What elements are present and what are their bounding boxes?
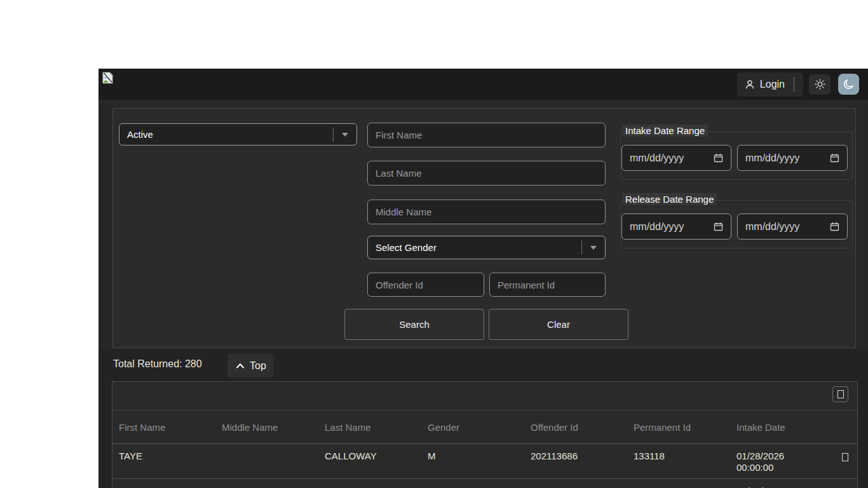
release-date-from-input[interactable]: mm/dd/yyyy <box>621 214 731 240</box>
square-icon <box>842 453 848 461</box>
total-returned-text: Total Returned: 280 <box>113 358 202 370</box>
navbar-divider <box>794 77 794 92</box>
moon-icon <box>843 78 855 90</box>
search-button[interactable]: Search <box>344 309 484 340</box>
column-header-intake-date[interactable]: Intake Date <box>730 422 833 433</box>
dark-mode-button[interactable] <box>838 74 859 95</box>
first-name-input[interactable] <box>367 123 606 147</box>
login-button[interactable]: Login <box>737 72 803 97</box>
select-divider <box>581 241 582 255</box>
gender-select-value: Select Gender <box>376 242 437 253</box>
select-divider <box>333 128 334 142</box>
cell-last-name: DUNCAN <box>318 479 421 488</box>
calendar-icon <box>714 222 723 231</box>
date-placeholder: mm/dd/yyyy <box>630 152 684 164</box>
intake-date-to-input[interactable]: mm/dd/yyyy <box>737 145 848 171</box>
cell-permanent-id: 133118 <box>627 444 730 461</box>
sun-icon <box>815 79 825 90</box>
column-header-permanent-id[interactable]: Permanent Id <box>627 422 730 433</box>
clear-button[interactable]: Clear <box>489 309 628 340</box>
square-icon <box>837 390 844 398</box>
column-header-last-name[interactable]: Last Name <box>318 422 421 433</box>
column-header-gender[interactable]: Gender <box>421 422 524 433</box>
intake-date-from-input[interactable]: mm/dd/yyyy <box>621 145 731 171</box>
permanent-id-input[interactable] <box>489 273 606 297</box>
cell-gender: M <box>421 444 524 461</box>
cell-first-name: ERIK <box>112 479 215 488</box>
cell-first-name: TAYE <box>112 444 215 461</box>
total-returned-label: Total Returned: <box>113 358 182 369</box>
results-section: Total Returned: 280 Top First Name Middl… <box>98 348 868 488</box>
table-row[interactable]: ERIK WAYNE DUNCAN M 202113684 3057 01/28… <box>112 479 857 488</box>
column-header-middle-name[interactable]: Middle Name <box>215 422 318 433</box>
release-date-range-group: Release Date Range mm/dd/yyyy mm/dd/yyyy <box>620 200 853 248</box>
intake-date-range-label: Intake Date Range <box>622 125 708 137</box>
results-table: First Name Middle Name Last Name Gender … <box>112 381 858 488</box>
row-select-button[interactable] <box>833 444 857 461</box>
gender-select[interactable]: Select Gender <box>367 236 606 259</box>
cell-intake-date: 01/28/2026 <box>730 479 819 488</box>
intake-date-range-group: Intake Date Range mm/dd/yyyy mm/dd/yyyy <box>620 132 853 180</box>
cell-intake-date: 01/28/2026 00:00:00 <box>730 444 819 473</box>
release-date-to-input[interactable]: mm/dd/yyyy <box>737 214 848 240</box>
table-row[interactable]: TAYE CALLOWAY M 202113686 133118 01/28/2… <box>112 444 857 479</box>
calendar-icon <box>714 153 723 163</box>
table-toolbar <box>112 382 857 410</box>
login-label: Login <box>760 79 785 90</box>
broken-image-icon <box>102 72 113 84</box>
column-header-offender-id[interactable]: Offender Id <box>524 422 627 433</box>
offender-id-input[interactable] <box>367 273 484 297</box>
date-placeholder: mm/dd/yyyy <box>745 221 799 233</box>
chevron-up-icon <box>235 362 245 370</box>
cell-gender: M <box>421 479 524 488</box>
cell-last-name: CALLOWAY <box>318 444 421 461</box>
middle-name-input[interactable] <box>367 200 606 224</box>
date-placeholder: mm/dd/yyyy <box>745 152 799 164</box>
light-mode-button[interactable] <box>809 74 831 95</box>
chevron-down-icon <box>590 246 597 250</box>
release-date-range-label: Release Date Range <box>622 193 717 205</box>
status-select[interactable]: Active <box>119 123 357 146</box>
cell-middle-name <box>215 444 318 451</box>
cell-permanent-id: 3057 <box>627 479 730 488</box>
table-header-row: First Name Middle Name Last Name Gender … <box>112 410 857 444</box>
date-placeholder: mm/dd/yyyy <box>630 221 684 233</box>
search-form-panel: Active Select Gender Search Clear Intake… <box>112 108 856 348</box>
top-button-label: Top <box>250 360 266 372</box>
navbar-actions: Login <box>737 69 859 100</box>
cell-offender-id: 202113686 <box>524 444 627 461</box>
scroll-to-top-button[interactable]: Top <box>227 354 274 377</box>
table-action-button[interactable] <box>832 386 848 402</box>
results-bar: Total Returned: 280 Top <box>98 348 868 381</box>
cell-offender-id: 202113684 <box>524 479 627 488</box>
status-select-value: Active <box>127 129 153 140</box>
row-select-button[interactable] <box>833 479 857 488</box>
top-navbar: Login <box>98 69 868 100</box>
total-returned-value: 280 <box>185 358 202 369</box>
calendar-icon <box>830 222 839 231</box>
app-window: Login <box>98 69 868 488</box>
last-name-input[interactable] <box>367 161 606 186</box>
chevron-down-icon <box>342 133 348 137</box>
calendar-icon <box>830 153 839 163</box>
column-header-first-name[interactable]: First Name <box>112 422 215 433</box>
person-icon <box>745 79 755 90</box>
cell-middle-name: WAYNE <box>215 479 318 488</box>
